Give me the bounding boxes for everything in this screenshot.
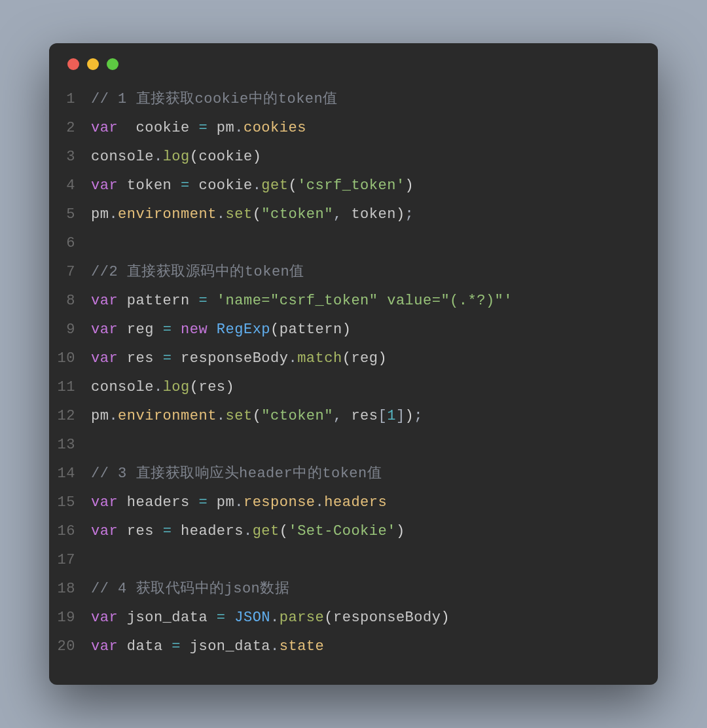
token-punct: . [288,350,297,367]
token-method2: match [297,350,342,367]
token-type: JSON [234,610,270,626]
line-number: 16 [49,517,91,546]
token-paren: ( [190,379,199,395]
token-ident: cookie [198,177,252,194]
code-line: 2var cookie = pm.cookies [49,114,658,143]
token-type: RegExp [217,321,270,338]
token-plain [163,638,172,655]
token-comment: //2 直接获取源码中的token值 [91,264,304,280]
token-plain [172,523,181,539]
token-plain [190,120,199,136]
token-paren: ( [342,350,352,367]
token-string: 'name="csrf_token" value="(.*?)"' [217,293,513,309]
line-number: 15 [49,488,91,517]
token-string: 'Set-Cookie' [288,523,395,539]
token-keyword: var [91,177,118,194]
token-plain [118,610,127,626]
token-paren: ) [253,149,262,165]
token-punct: . [270,610,280,626]
token-paren: ( [324,610,333,626]
token-op: = [198,494,208,511]
token-punct: , [333,206,351,223]
token-punct: . [234,494,244,511]
token-keyword: new [181,321,208,338]
line-number: 17 [49,546,91,575]
code-content: var cookie = pm.cookies [91,114,306,143]
code-content: var data = json_data.state [91,632,324,661]
code-line: 20var data = json_data.state [49,632,658,661]
token-method2: get [261,177,288,194]
code-line: 12pm.environment.set("ctoken", res[1]); [49,402,658,431]
token-prop: environment [118,408,217,424]
token-plain [190,293,199,309]
token-keyword: var [91,293,118,309]
token-plain [226,610,235,626]
token-punct: . [217,408,226,424]
code-line: 5pm.environment.set("ctoken", token); [49,200,658,229]
token-number: 1 [387,408,396,424]
token-punct: ] [396,408,405,424]
token-ident: pm [217,494,234,511]
code-window: 1// 1 直接获取cookie中的token值2var cookie = pm… [49,43,658,685]
token-plain [208,610,217,626]
token-plain [190,494,199,511]
token-ident: responseBody [181,350,288,367]
token-punct: . [244,523,253,539]
token-string: "ctoken" [261,206,333,223]
code-content: console.log(res) [91,373,234,402]
token-ident: token [127,177,172,194]
token-plain [208,120,217,136]
token-ident: pm [91,206,109,223]
line-number: 9 [49,316,91,344]
token-punct: . [316,494,325,511]
token-punct: . [154,149,163,165]
token-plain [118,523,127,539]
token-plain [208,321,217,338]
token-keyword: var [91,120,118,136]
token-plain [154,321,163,338]
minimize-icon[interactable] [87,58,99,70]
code-line: 3console.log(cookie) [49,143,658,172]
token-ident: console [91,379,154,395]
token-keyword: var [91,523,118,539]
line-number: 2 [49,114,91,143]
token-plain [154,523,163,539]
token-ident: res [127,350,154,367]
code-content: var token = cookie.get('csrf_token') [91,172,414,200]
code-line: 18// 4 获取代码中的json数据 [49,575,658,604]
token-comment: // 1 直接获取cookie中的token值 [91,91,338,107]
token-ident: pm [91,408,109,424]
code-line: 17 [49,546,658,575]
token-ident: responseBody [333,610,441,626]
code-line: 19var json_data = JSON.parse(responseBod… [49,604,658,632]
code-editor: 1// 1 直接获取cookie中的token值2var cookie = pm… [49,85,658,685]
token-ident: headers [181,523,244,539]
token-punct: [ [378,408,388,424]
token-paren: ) [405,408,414,424]
line-number: 7 [49,258,91,287]
token-op: = [163,350,172,367]
code-content: var pattern = 'name="csrf_token" value="… [91,287,513,316]
close-icon[interactable] [67,58,79,70]
token-comment: // 4 获取代码中的json数据 [91,581,289,597]
code-content: var reg = new RegExp(pattern) [91,316,351,344]
code-line: 14// 3 直接获取响应头header中的token值 [49,460,658,488]
code-line: 6 [49,229,658,258]
token-punct: . [109,408,118,424]
code-content: // 4 获取代码中的json数据 [91,575,289,604]
code-content: pm.environment.set("ctoken", token); [91,200,414,229]
token-op: = [172,638,181,655]
code-content: var json_data = JSON.parse(responseBody) [91,604,450,632]
token-plain [172,321,181,338]
code-content: // 3 直接获取响应头header中的token值 [91,460,382,488]
maximize-icon[interactable] [107,58,118,70]
line-number: 18 [49,575,91,604]
code-content: console.log(cookie) [91,143,261,172]
token-paren: ) [405,177,414,194]
token-ident: pm [217,120,234,136]
token-method2: get [253,523,280,539]
token-paren: ) [226,379,235,395]
code-content: // 1 直接获取cookie中的token值 [91,85,338,114]
token-paren: ( [190,149,199,165]
token-ident: json_data [190,638,270,655]
